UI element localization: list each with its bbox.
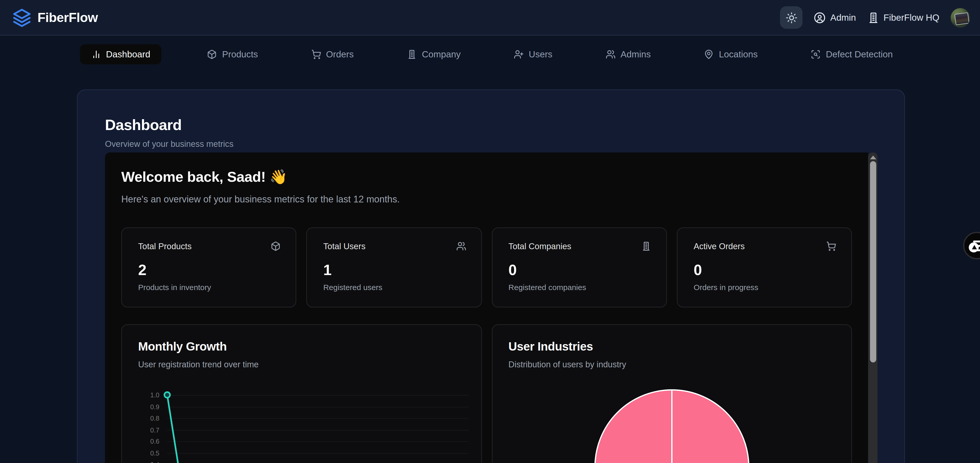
stat-value: 1 [323, 261, 466, 279]
content-card: Dashboard Overview of your business metr… [77, 89, 905, 463]
line-series [122, 325, 482, 463]
tab-users[interactable]: Users [506, 45, 560, 64]
building-icon [407, 49, 417, 59]
stat-value: 2 [138, 261, 281, 279]
tab-label: Orders [326, 49, 354, 59]
scrollbar-thumb[interactable] [870, 161, 876, 363]
monthly-growth-card: Monthly Growth User registration trend o… [121, 324, 482, 463]
stat-caption: Registered users [323, 283, 466, 292]
pie-chart[interactable] [594, 389, 749, 463]
tab-label: Company [422, 49, 461, 59]
user-circle-icon [814, 12, 826, 24]
chart-subtitle: Distribution of users by industry [508, 360, 835, 369]
stat-card-total-companies: Total Companies 0 Registered companies [492, 228, 667, 307]
dashboard-panel: Welcome back, Saad! 👋 Here's an overview… [105, 153, 868, 463]
user-avatar[interactable] [951, 8, 970, 27]
stat-card-total-products: Total Products 2 Products in inventory [121, 228, 296, 307]
tab-locations[interactable]: Locations [696, 45, 765, 64]
tab-orders[interactable]: Orders [304, 45, 361, 64]
stat-title: Active Orders [694, 242, 745, 251]
tab-defect-detection[interactable]: Defect Detection [803, 45, 900, 64]
building-icon [867, 12, 879, 24]
org-menu[interactable]: FiberFlow HQ [867, 12, 939, 24]
app-header: FiberFlow Admin FiberFlow HQ [0, 0, 980, 36]
header-actions: Admin FiberFlow HQ [780, 6, 970, 29]
tab-label: Admins [620, 49, 651, 59]
tab-label: Users [529, 49, 552, 59]
tab-label: Locations [719, 49, 757, 59]
users-icon [606, 49, 616, 59]
stat-value: 0 [508, 261, 651, 279]
sun-icon [786, 12, 797, 24]
stat-caption: Orders in progress [694, 283, 836, 292]
tab-company[interactable]: Company [399, 45, 468, 64]
user-industries-card: User Industries Distribution of users by… [492, 324, 852, 463]
bar-chart-icon [91, 49, 101, 59]
stat-caption: Products in inventory [138, 283, 281, 292]
brand[interactable]: FiberFlow [13, 8, 98, 27]
stat-card-total-users: Total Users 1 Registered users [306, 228, 482, 307]
dashboard-scroll-area: Welcome back, Saad! 👋 Here's an overview… [105, 153, 878, 463]
cart-icon [826, 241, 836, 251]
map-pin-icon [704, 49, 714, 59]
welcome-subtitle: Here's an overview of your business metr… [121, 194, 852, 204]
tab-label: Dashboard [106, 49, 150, 59]
floating-widget-button[interactable] [963, 232, 980, 259]
tab-dashboard[interactable]: Dashboard [80, 45, 161, 64]
page-title: Dashboard [105, 116, 904, 134]
stats-row: Total Products 2 Products in inventory T… [121, 228, 852, 307]
admin-label: Admin [830, 13, 856, 22]
layers-logo-icon [13, 8, 31, 27]
admin-menu[interactable]: Admin [814, 12, 856, 24]
user-plus-icon [514, 49, 524, 59]
scan-search-icon [811, 49, 821, 59]
welcome-title: Welcome back, Saad! 👋 [121, 169, 852, 186]
line-chart: 1.0 0.9 0.8 0.7 0.6 0.5 0.4 [122, 325, 481, 463]
app-root: FiberFlow Admin FiberFlow HQ [0, 0, 980, 463]
stat-caption: Registered companies [508, 283, 651, 292]
data-point[interactable] [164, 392, 170, 398]
org-label: FiberFlow HQ [883, 13, 939, 22]
pie-slice-divider [671, 391, 673, 463]
stat-title: Total Users [323, 242, 365, 251]
stat-value: 0 [694, 261, 836, 279]
page-subtitle: Overview of your business metrics [105, 139, 904, 149]
stat-title: Total Companies [508, 242, 571, 251]
tab-label: Defect Detection [826, 49, 893, 59]
package-icon [271, 241, 281, 251]
tab-label: Products [222, 49, 258, 59]
play-circle-icon [969, 242, 979, 253]
tab-products[interactable]: Products [200, 45, 265, 64]
chart-title: User Industries [508, 340, 835, 354]
primary-nav: Dashboard Products Orders Company [0, 36, 980, 73]
vertical-scrollbar[interactable] [868, 153, 877, 463]
charts-row: Monthly Growth User registration trend o… [121, 324, 852, 463]
building-icon [641, 241, 651, 251]
brand-name: FiberFlow [38, 10, 98, 25]
theme-toggle-button[interactable] [780, 6, 803, 29]
stat-card-active-orders: Active Orders 0 Orders in progress [677, 228, 852, 307]
cart-icon [311, 49, 321, 59]
stat-title: Total Products [138, 242, 192, 251]
tab-admins[interactable]: Admins [598, 45, 658, 64]
package-icon [207, 49, 217, 59]
users-icon [456, 241, 466, 251]
scroll-up-arrow-icon[interactable] [870, 156, 876, 159]
